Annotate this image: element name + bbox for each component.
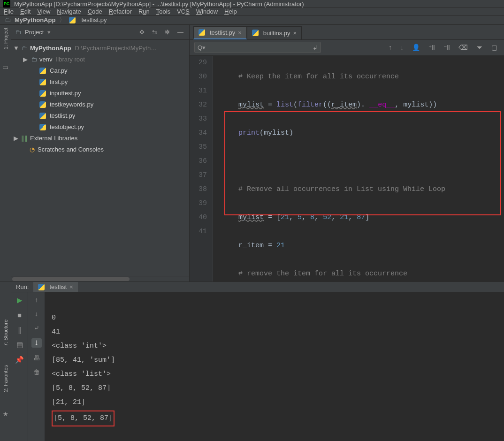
close-icon[interactable]: × [238,29,242,36]
menu-help[interactable]: Help [224,8,237,15]
gear-icon[interactable]: ✼ [163,29,172,36]
python-file-icon [39,101,46,108]
search-icon: Q▾ [198,44,206,51]
trash-icon[interactable]: 🗑 [33,368,40,376]
folder-icon: 🗀 [5,16,11,23]
tree-venv[interactable]: ▶🗀 venv library root [11,54,189,65]
menu-edit[interactable]: Edit [20,8,31,15]
collapse-icon[interactable]: ⇆ [150,29,159,36]
left-tool-strip-bottom: 7: Structure 2: Favorites ★ [0,282,11,441]
tree-file[interactable]: inputtest.py [11,88,189,99]
python-file-icon [38,284,45,290]
editor-toolbar: Q▾ ↲ ↑ ↓ 👤 ⁺Ⅱ ⁻Ⅱ ⌫ ⏷ ▢ [190,40,504,56]
editor-body[interactable]: 29 30 31 32 33 34 35 36 37 38 39 40 41 #… [190,56,504,281]
tree-scrollbar[interactable] [11,276,189,281]
python-file-icon [199,29,205,36]
tree-file[interactable]: Car.py [11,65,189,76]
tree-file[interactable]: testobject.py [11,122,189,133]
tool-tab-favorites[interactable]: 2: Favorites [3,365,8,392]
star-icon[interactable]: ★ [3,411,8,418]
project-header: 🗀 Project ▾ ✥ ⇆ ✼ — [11,25,189,40]
python-file-icon [39,68,46,74]
search-input[interactable]: Q▾ ↲ [194,42,321,53]
menu-tools[interactable]: Tools [156,8,170,15]
arrow-up-icon[interactable]: ↑ [35,296,38,304]
project-dropdown[interactable]: Project [25,29,44,36]
arrow-down-icon[interactable]: ↓ [35,310,38,318]
bookmarks-icon[interactable]: ▭ [2,63,8,71]
pin-icon[interactable]: 📌 [15,356,24,364]
code-area[interactable]: # Keep the item for all its occurrence m… [213,56,504,281]
tool-tab-structure[interactable]: 7: Structure [3,319,8,346]
left-tool-strip: 1: Project ▭ [0,25,11,281]
tool-tab-project[interactable]: 1: Project [3,28,8,49]
locate-icon[interactable]: ✥ [137,29,146,36]
run-tabs: Run: testlist × [11,282,504,292]
wrap-icon[interactable]: ⤶ [34,324,39,332]
highlighted-output: [5, 8, 52, 87] [52,411,115,426]
menu-code[interactable]: Code [88,8,102,15]
breadcrumb-root[interactable]: MyPythonApp [15,16,55,23]
project-tool-window: 🗀 Project ▾ ✥ ⇆ ✼ — ▼🗀 MyPythonApp D:\Py… [11,25,190,281]
tree-file[interactable]: testkeywords.py [11,99,189,110]
filter-icon[interactable]: ⏷ [474,44,485,51]
remove-icon[interactable]: ⁻Ⅱ [442,44,452,51]
enter-icon: ↲ [313,44,318,51]
breadcrumb: 🗀 MyPythonApp 〉 testlist.py [0,16,504,25]
scroll-to-end-icon[interactable]: ⭳ [31,338,42,348]
menu-vcs[interactable]: VCS [177,8,190,15]
window-title: MyPythonApp [D:\PycharmProjects\MyPython… [14,0,304,8]
python-file-icon [69,17,76,23]
run-tool-window: 7: Structure 2: Favorites ★ Run: testlis… [0,281,504,441]
project-tree[interactable]: ▼🗀 MyPythonApp D:\PycharmProjects\MyPyth… [11,40,189,276]
more-icon[interactable]: ▢ [489,44,499,51]
menu-navigate[interactable]: Navigate [57,8,81,15]
person-icon[interactable]: 👤 [410,44,422,51]
arrow-up-icon[interactable]: ↑ [387,44,394,51]
tree-project-root[interactable]: ▼🗀 MyPythonApp D:\PycharmProjects\MyPyth… [11,43,189,54]
python-file-icon [252,30,259,36]
menubar: File Edit View Navigate Code Refactor Ru… [0,8,504,16]
print-icon[interactable]: 🖶 [33,354,40,362]
python-file-icon [39,124,46,130]
tree-file[interactable]: first.py [11,76,189,88]
arrow-down-icon[interactable]: ↓ [398,44,405,51]
chevron-down-icon[interactable]: ▾ [47,29,51,36]
menu-window[interactable]: Window [196,8,218,15]
tree-scratches[interactable]: ◔ Scratches and Consoles [11,144,189,155]
tree-external-libs[interactable]: ▶‖‖ External Libraries [11,133,189,144]
editor-tab-testlist[interactable]: testlist.py × [193,26,247,39]
app-logo-icon: PC [3,0,10,8]
breadcrumb-file[interactable]: testlist.py [81,16,107,23]
tree-file[interactable]: testlist.py [11,110,189,122]
insert-icon[interactable]: ⁺Ⅱ [427,44,437,51]
run-tab-testlist[interactable]: testlist × [33,282,77,292]
folder-icon: 🗀 [15,29,21,36]
editor: testlist.py × builtins.py × Q▾ ↲ ↑ ↓ 👤 ⁺… [190,25,504,281]
console-output[interactable]: 0 41 <class 'int'> [85, 41, 'sum'] <clas… [45,292,504,441]
pause-icon[interactable]: ‖ [18,326,22,334]
scrollbar-thumb[interactable] [12,277,130,281]
python-file-icon [39,90,46,97]
stop-icon[interactable]: ■ [17,311,22,319]
layout-icon[interactable]: ▤ [16,341,23,349]
titlebar: PC MyPythonApp [D:\PycharmProjects\MyPyt… [0,0,504,8]
python-file-icon [39,79,46,85]
menu-run[interactable]: Run [138,8,150,15]
menu-refactor[interactable]: Refactor [109,8,132,15]
run-label: Run: [16,283,29,290]
editor-tab-builtins[interactable]: builtins.py × [247,26,302,39]
close-icon[interactable]: × [293,30,297,37]
play-icon[interactable]: ▶ [17,296,23,304]
check-icon[interactable]: ⌫ [457,44,470,51]
editor-tabs: testlist.py × builtins.py × [190,25,504,40]
python-file-icon [39,113,46,119]
menu-file[interactable]: File [4,8,14,15]
run-actions-primary: ▶ ■ ‖ ▤ 📌 [11,292,28,441]
close-icon[interactable]: × [69,283,73,290]
hide-icon[interactable]: — [176,29,185,36]
run-actions-secondary: ↑ ↓ ⤶ ⭳ 🖶 🗑 [28,292,45,441]
gutter: 29 30 31 32 33 34 35 36 37 38 39 40 41 [190,56,213,281]
menu-view[interactable]: View [37,8,50,15]
chevron-right-icon: 〉 [59,16,65,24]
